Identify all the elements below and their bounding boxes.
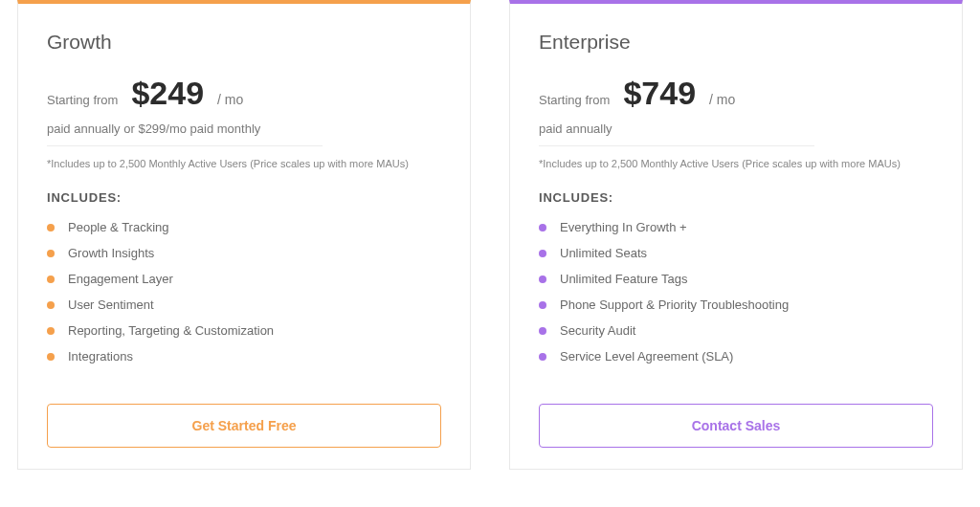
billing-note: paid annually or $299/mo paid monthly — [47, 121, 323, 146]
price-amount: $749 — [623, 75, 696, 112]
plan-name: Enterprise — [539, 31, 933, 54]
pricing-container: Growth Starting from $249 / mo paid annu… — [0, 0, 980, 470]
feature-text: Everything In Growth + — [560, 220, 687, 234]
feature-text: People & Tracking — [68, 220, 169, 234]
feature-item: Unlimited Seats — [539, 246, 933, 260]
plan-name: Growth — [47, 31, 441, 54]
includes-label: INCLUDES: — [47, 190, 441, 205]
bullet-icon — [47, 224, 55, 231]
mau-note: *Includes up to 2,500 Monthly Active Use… — [47, 158, 441, 169]
starting-from-label: Starting from — [539, 93, 610, 107]
feature-text: Security Audit — [560, 323, 636, 338]
includes-label: INCLUDES: — [539, 190, 933, 205]
feature-text: User Sentiment — [68, 298, 154, 312]
feature-item: Growth Insights — [47, 246, 441, 260]
bullet-icon — [539, 301, 546, 309]
bullet-icon — [47, 353, 55, 361]
feature-text: Phone Support & Priority Troubleshooting — [560, 298, 789, 312]
bullet-icon — [47, 276, 55, 283]
feature-item: Engagement Layer — [47, 272, 441, 286]
bullet-icon — [47, 301, 55, 309]
feature-text: Reporting, Targeting & Customization — [68, 323, 274, 338]
feature-item: User Sentiment — [47, 298, 441, 312]
bullet-icon — [539, 327, 546, 335]
feature-text: Unlimited Feature Tags — [560, 272, 687, 286]
mau-note: *Includes up to 2,500 Monthly Active Use… — [539, 158, 933, 169]
bullet-icon — [47, 327, 55, 335]
feature-text: Unlimited Seats — [560, 246, 647, 260]
starting-from-label: Starting from — [47, 93, 118, 107]
bullet-icon — [539, 250, 546, 257]
price-amount: $249 — [131, 75, 204, 112]
feature-item: Phone Support & Priority Troubleshooting — [539, 298, 933, 312]
plan-card-growth: Growth Starting from $249 / mo paid annu… — [17, 0, 471, 470]
bullet-icon — [47, 250, 55, 257]
plan-card-enterprise: Enterprise Starting from $749 / mo paid … — [509, 0, 963, 470]
feature-item: Reporting, Targeting & Customization — [47, 323, 441, 338]
feature-text: Engagement Layer — [68, 272, 173, 286]
feature-item: Unlimited Feature Tags — [539, 272, 933, 286]
feature-text: Growth Insights — [68, 246, 154, 260]
features-list: People & Tracking Growth Insights Engage… — [47, 220, 441, 375]
feature-text: Integrations — [68, 349, 133, 364]
feature-item: Everything In Growth + — [539, 220, 933, 234]
bullet-icon — [539, 276, 546, 283]
features-list: Everything In Growth + Unlimited Seats U… — [539, 220, 933, 375]
feature-item: People & Tracking — [47, 220, 441, 234]
feature-text: Service Level Agreement (SLA) — [560, 349, 733, 364]
price-period: / mo — [217, 92, 243, 107]
feature-item: Integrations — [47, 349, 441, 364]
price-row: Starting from $249 / mo — [47, 75, 441, 112]
billing-note: paid annually — [539, 121, 814, 146]
price-period: / mo — [709, 92, 735, 107]
feature-item: Service Level Agreement (SLA) — [539, 349, 933, 364]
get-started-button[interactable]: Get Started Free — [47, 404, 441, 448]
bullet-icon — [539, 224, 546, 231]
feature-item: Security Audit — [539, 323, 933, 338]
bullet-icon — [539, 353, 546, 361]
contact-sales-button[interactable]: Contact Sales — [539, 404, 933, 448]
price-row: Starting from $749 / mo — [539, 75, 933, 112]
